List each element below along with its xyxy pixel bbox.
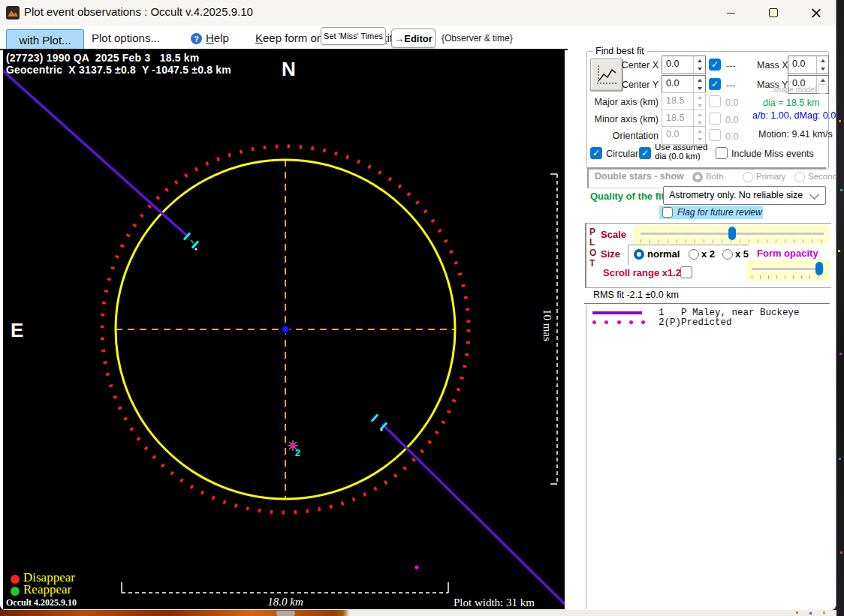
obs-id[interactable]: 1 (659, 308, 665, 318)
plot-title-line1: (27723) 1990 QA 2025 Feb 3 18.5 km (6, 52, 199, 64)
shape-model-label: Shape model (772, 86, 816, 94)
quality-select[interactable]: Astrometry only. No reliable size (663, 186, 826, 205)
use-assumed-label: Use assumeddia (0.0 km) (655, 143, 707, 161)
scale-slider-thumb[interactable] (728, 227, 736, 240)
minimize-button[interactable] (713, 0, 748, 26)
desktop-wallpaper-bottom (0, 610, 836, 616)
editor-button[interactable]: →Editor (391, 29, 436, 48)
form-opacity-slider[interactable] (746, 260, 830, 281)
h-scale-label: 18.0 km (228, 596, 342, 608)
size-x2-radio[interactable] (689, 249, 699, 260)
window-title: Plot event observations : Occult v.4.202… (24, 5, 253, 18)
with-plot-button[interactable]: with Plot... (6, 29, 84, 50)
spin-down-icon[interactable] (694, 65, 705, 74)
form-opacity-track[interactable] (752, 268, 824, 271)
observations-list[interactable]: 1 P Maley, near Buckeye 2(P) Predicted (586, 305, 830, 609)
double-secondary-radio[interactable] (794, 172, 805, 182)
major-axis-checkbox[interactable] (709, 95, 721, 107)
circular-checkbox[interactable] (590, 147, 602, 159)
marker-dot-2 (381, 429, 383, 431)
spin-up-icon[interactable] (817, 56, 828, 65)
close-button[interactable] (799, 0, 833, 26)
center-x-label: Center X (606, 60, 659, 71)
form-opacity-label: Form opacity (757, 248, 818, 259)
disappear-dot-icon (11, 575, 20, 584)
flag-review-checkbox[interactable] (662, 207, 673, 218)
shape-model-checkbox[interactable] (818, 84, 827, 94)
marker-dot (195, 248, 197, 251)
close-icon (812, 8, 821, 17)
spin-up-icon[interactable] (694, 76, 705, 85)
size-normal-label: normal (647, 248, 680, 260)
obs-swatch-solid-purple (592, 311, 642, 314)
list-divider (584, 303, 830, 304)
minor-axis-label: Minor axis (km) (587, 114, 659, 125)
plot-graphics (3, 50, 565, 609)
circular-label: Circular (606, 149, 638, 159)
major-axis-spinner[interactable]: 18.5 (662, 92, 706, 111)
double-primary-label: Primary (756, 172, 786, 181)
plot-options-menu[interactable]: Plot options... (92, 32, 160, 44)
app-icon (6, 6, 20, 20)
spin-up-icon[interactable] (694, 127, 705, 136)
major-axis-label: Major axis (km) (587, 97, 659, 107)
scale-slider[interactable] (633, 225, 829, 245)
plot-title-line2: Geocentric X 3137.5 ±0.8 Y -1047.5 ±0.8 … (6, 64, 231, 76)
center-x-spinner[interactable]: 0.0 (662, 56, 706, 74)
center-y-checkbox[interactable] (709, 78, 721, 90)
form-opacity-thumb[interactable] (815, 262, 823, 275)
size-label: Size (601, 248, 620, 260)
scroll-range-checkbox[interactable] (680, 266, 692, 278)
double-stars-title: Double stars - show (595, 171, 684, 182)
desktop-wallpaper-right (836, 0, 844, 616)
obs-name[interactable]: Predicted (681, 317, 732, 328)
help-menu[interactable]: Help (206, 32, 229, 44)
rms-fit-label: RMS fit -2.1 ±0.0 km (593, 290, 679, 300)
minor-axis-flag: 0.0 (725, 115, 738, 125)
center-y-spinner[interactable]: 0.0 (662, 75, 706, 94)
size-normal-radio[interactable] (634, 249, 644, 260)
quality-label: Quality of the fit (590, 191, 665, 202)
maximize-button[interactable] (756, 0, 791, 26)
size-x2-label: x 2 (701, 248, 715, 260)
east-label: E (11, 319, 23, 342)
observer-time-hint: {Observer & time} (442, 33, 513, 44)
predicted-marker-label: 2 (295, 447, 300, 458)
spin-up-icon[interactable] (694, 110, 705, 119)
spin-up-icon[interactable] (817, 76, 828, 85)
size-x5-label: x 5 (735, 248, 749, 260)
include-miss-label: Include Miss events (731, 149, 814, 159)
scroll-range-label: Scroll range x1.25 (603, 267, 686, 278)
minimize-icon (727, 13, 735, 14)
mass-x-spinner[interactable]: 0.0 (788, 56, 829, 74)
spin-up-icon[interactable] (694, 56, 705, 65)
form-opacity-ticks (752, 275, 824, 279)
set-miss-times-button[interactable]: Set 'Miss' Times (321, 27, 386, 45)
use-assumed-checkbox[interactable] (639, 147, 651, 159)
major-axis-flag: 0.0 (725, 98, 738, 108)
spin-up-icon[interactable] (694, 93, 705, 102)
orientation-flag: 0.0 (725, 131, 738, 142)
stray-point (415, 566, 419, 569)
scale-slider-ticks (641, 239, 824, 243)
include-miss-checkbox[interactable] (716, 147, 728, 159)
double-both-label: Both (706, 172, 724, 181)
orientation-label: Orientation (587, 131, 659, 141)
center-x-checkbox[interactable] (709, 59, 721, 71)
obs-id[interactable]: 2(P) (659, 317, 681, 328)
taskbar-handle (276, 611, 295, 616)
minor-axis-checkbox[interactable] (709, 113, 721, 125)
maximize-icon (769, 8, 778, 17)
obs-name[interactable]: P Maley, near Buckeye (681, 308, 800, 318)
orientation-checkbox[interactable] (709, 129, 721, 141)
fit-center-dot (282, 326, 289, 333)
double-both-radio[interactable] (692, 172, 703, 182)
flag-review-wrap: Flag for future review (659, 206, 763, 219)
spin-down-icon[interactable] (817, 65, 828, 74)
find-best-fit-title: Find best fit (592, 46, 647, 56)
size-x5-radio[interactable] (722, 249, 733, 260)
plot-width-label: Plot width: 31 km (454, 596, 562, 609)
plot-canvas[interactable]: (27723) 1990 QA 2025 Feb 3 18.5 km Geoce… (2, 50, 565, 609)
reappear-label: Reappear (23, 582, 71, 597)
double-primary-radio[interactable] (743, 172, 753, 182)
